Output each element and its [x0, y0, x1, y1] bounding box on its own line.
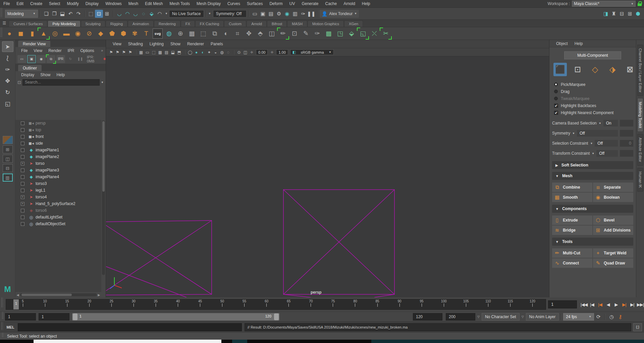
menu-item[interactable]: Display — [82, 1, 102, 6]
expand-toggle-icon[interactable]: + — [21, 202, 24, 206]
constraint-extra-field[interactable]: 0 — [620, 140, 633, 147]
sidebar-vertical-tab[interactable]: Human IK — [637, 168, 643, 192]
expand-toggle-icon[interactable] — [21, 148, 24, 152]
menu-item[interactable]: Surfaces — [244, 1, 266, 6]
outliner-item[interactable]: + ➤ Hand_5_polySurface2 — [15, 200, 101, 207]
select-camera-flag-icon[interactable]: ⚑ — [108, 49, 114, 55]
layout-two-pane-stacked[interactable]: ⊟ — [3, 164, 13, 172]
select-object-icon[interactable]: ⊡ — [95, 10, 103, 18]
outliner-item[interactable]: ◆ imagePlane1 — [15, 147, 101, 153]
script-editor-icon[interactable]: {;} — [633, 323, 642, 331]
safe-action-icon[interactable]: ⬓ — [170, 49, 176, 55]
menu-item[interactable]: Cache — [322, 1, 340, 6]
outliner-item[interactable]: ◎ defaultObjectSet — [15, 220, 101, 227]
chevron-down-icon[interactable]: ▼ — [208, 12, 211, 15]
workspace-dropdown[interactable]: Maya Classic*▼ — [572, 1, 636, 7]
poly-torus-icon[interactable]: ◎ — [50, 29, 60, 39]
mel-label[interactable]: MEL — [3, 325, 18, 329]
chevron-down-icon[interactable]: ▼ — [572, 132, 575, 135]
exposure-icon[interactable]: ✧ — [249, 49, 255, 55]
expand-toggle-icon[interactable] — [21, 215, 24, 219]
sew-uv-icon[interactable]: ✂ — [381, 29, 391, 39]
sphere-projection-icon[interactable]: ◍ — [164, 29, 174, 39]
redo-icon[interactable]: ↷ — [74, 10, 83, 18]
render-view-menu-item[interactable]: IPR — [65, 48, 77, 53]
outliner-item[interactable]: ➤ torso3 — [15, 180, 101, 187]
select-hierarchy-icon[interactable]: ⬚ — [87, 10, 95, 18]
shelf-tab[interactable]: Motion Graphics — [308, 20, 344, 27]
animation-start-field[interactable]: 1 — [5, 313, 36, 321]
viewport-menu-item[interactable]: Show — [167, 42, 184, 46]
target-weld-icon[interactable]: ⊡ — [289, 29, 300, 39]
film-gate-icon[interactable]: ▭ — [144, 49, 151, 55]
poly-cone-icon[interactable]: ▲ — [39, 29, 49, 39]
select-tool[interactable]: ➤ — [2, 41, 13, 52]
lock-camera-flag-icon[interactable]: ⚑ — [114, 49, 121, 55]
motion-blur-icon[interactable]: ◌ — [225, 49, 231, 55]
go-to-end-button[interactable]: ▶▶| — [637, 300, 644, 308]
shelf-tab[interactable]: Bifrost — [267, 20, 287, 27]
option-value-field[interactable]: Off — [577, 130, 618, 137]
fps-dropdown[interactable]: 24 fps▼ — [563, 313, 594, 321]
go-to-start-button[interactable]: |◀◀ — [580, 300, 588, 308]
render-region-icon[interactable]: ▣ — [27, 55, 36, 63]
extrude-button[interactable]: ▯ Extrude — [552, 215, 592, 225]
cut-uv-icon[interactable]: ⤬ — [369, 29, 379, 39]
grid-icon[interactable]: ▦ — [138, 49, 144, 55]
bevel-button[interactable]: ⬡ Bevel — [593, 215, 633, 225]
mel-input[interactable] — [18, 323, 242, 331]
gate-mask-icon[interactable]: ▩ — [157, 49, 163, 55]
expand-toggle-icon[interactable] — [21, 135, 24, 139]
symmetry-field[interactable]: Symmetry: Off — [213, 10, 247, 17]
expand-toggle-icon[interactable] — [21, 155, 24, 159]
viewport-canvas[interactable]: persp — [106, 56, 549, 297]
quadrangulate-icon[interactable]: ⌗ — [232, 29, 243, 39]
shaded-display-icon[interactable]: ● — [193, 49, 200, 55]
outliner-menu-item[interactable]: Help — [53, 72, 68, 77]
option-value-field[interactable]: Off — [595, 140, 618, 147]
undo-icon[interactable]: ↶ — [66, 10, 74, 18]
expand-toggle-icon[interactable] — [21, 222, 24, 226]
multi-component-mode-icon[interactable]: ⊠ — [623, 63, 637, 76]
ipr-render-icon[interactable]: IPR — [56, 55, 65, 63]
vertex-mode-icon[interactable]: ⊡ — [571, 63, 584, 76]
multi-component-button[interactable]: Multi-Component — [564, 51, 621, 59]
playback-start-field[interactable]: 1 — [39, 313, 69, 321]
safe-title-icon[interactable]: ⬒ — [176, 49, 182, 55]
outliner-item[interactable]: ◆ imagePlane2 — [15, 153, 101, 160]
new-scene-icon[interactable]: ❏ — [42, 10, 50, 18]
layout-four-pane[interactable]: ⊞ — [3, 145, 13, 153]
shelf-tab[interactable]: FX Caching — [195, 20, 224, 27]
highlight-checkbox-row[interactable]: ✔ Highlight Nearest Component — [552, 109, 633, 116]
render-sequence-icon[interactable]: ⧉ — [47, 55, 55, 63]
menu-item[interactable]: UV — [286, 1, 299, 6]
outliner-item[interactable]: ◆ imagePlane4 — [15, 174, 101, 180]
rotate-tool[interactable]: ↻ — [2, 87, 13, 98]
svg-tool-icon[interactable]: svg — [153, 29, 163, 39]
checkbox-icon[interactable]: ✔ — [554, 104, 558, 108]
chevron-down-icon[interactable]: ▽ — [522, 315, 524, 318]
poly-sphere-cut-icon[interactable]: ⊘ — [84, 29, 94, 39]
scroll-left-icon[interactable]: ◀ — [15, 293, 20, 297]
checkbox-icon[interactable]: ✔ — [554, 111, 558, 115]
radio-icon[interactable] — [554, 97, 558, 100]
soft-selection-section[interactable]: ▶ Soft Selection — [552, 161, 633, 169]
multi-cut-button[interactable]: ✏ Multi-Cut — [552, 248, 592, 258]
render-view-menu-item[interactable]: File — [18, 48, 31, 53]
extrude-icon[interactable]: ✥ — [244, 29, 254, 39]
outliner-item[interactable]: ◼◂ side — [15, 140, 101, 147]
playback-loop-icon[interactable]: ⟳ — [594, 314, 603, 320]
poly-sphere-icon[interactable]: ● — [4, 29, 14, 39]
auto-keyframe-icon[interactable]: ⚷ — [616, 314, 625, 320]
use-all-lights-icon[interactable]: ✦ — [206, 49, 212, 55]
menu-item[interactable]: Arnold — [340, 1, 359, 6]
redo-previous-render-icon[interactable]: ▭ — [17, 55, 26, 63]
smooth-icon[interactable]: ▦ — [187, 29, 197, 39]
chevron-down-icon[interactable]: ▼ — [590, 142, 593, 145]
mel-result-field[interactable]: // Result: D:/Documents/Maya/Saves/Skill… — [245, 323, 631, 331]
step-back-key-button[interactable]: |◀ — [596, 300, 604, 308]
open-scene-icon[interactable]: ❐ — [50, 10, 58, 18]
type-tool-icon[interactable]: T — [141, 29, 151, 39]
shelf-tab[interactable]: Arnold — [247, 20, 267, 27]
constraint-extra-field[interactable] — [620, 120, 633, 127]
